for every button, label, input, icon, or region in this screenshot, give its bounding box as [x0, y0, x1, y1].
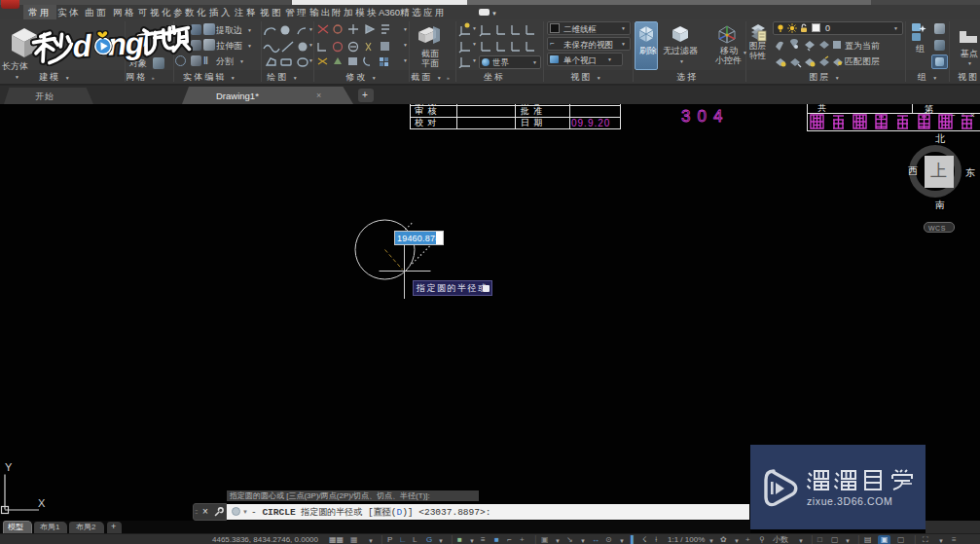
- svg-text:d: d: [72, 29, 93, 64]
- svg-text:ng: ng: [107, 26, 145, 62]
